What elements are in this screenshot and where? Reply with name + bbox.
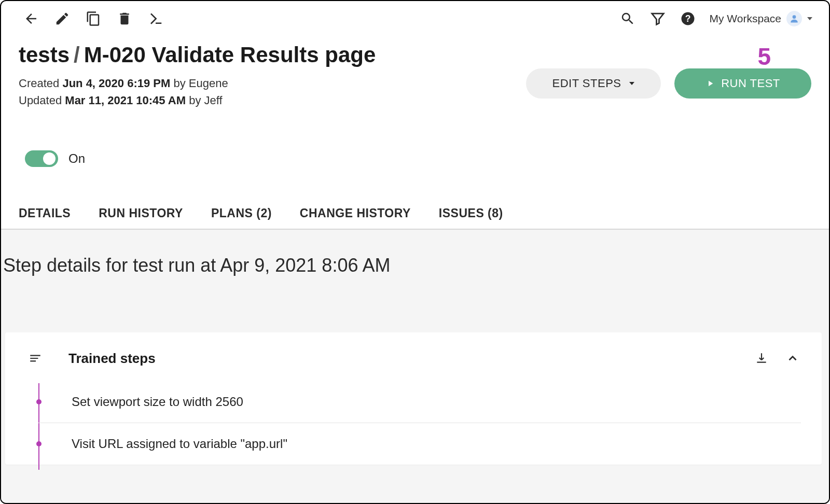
- tab-issues[interactable]: ISSUES (8): [439, 206, 503, 220]
- details-area: Step details for test run at Apr 9, 2021…: [1, 230, 829, 504]
- avatar: [786, 11, 802, 26]
- terminal-icon: [148, 11, 163, 26]
- steps-header-left: Trained steps: [27, 350, 156, 367]
- step-dot-icon: [36, 441, 42, 446]
- toolbar-right-group: ? My Workspace: [619, 10, 812, 27]
- breadcrumb: tests / M-020 Validate Results page: [19, 43, 376, 67]
- filter-icon: [650, 11, 666, 26]
- step-text: Visit URL assigned to variable "app.url": [72, 437, 287, 451]
- back-button[interactable]: [23, 10, 39, 27]
- header-left: tests / M-020 Validate Results page Crea…: [19, 43, 376, 109]
- run-test-label: RUN TEST: [721, 77, 780, 90]
- play-icon: [706, 79, 715, 88]
- download-steps-button[interactable]: [753, 350, 770, 367]
- run-test-button[interactable]: RUN TEST: [674, 68, 811, 99]
- trained-steps-title: Trained steps: [68, 351, 156, 367]
- created-label: Created: [19, 77, 59, 90]
- step-text: Set viewport size to width 2560: [72, 395, 243, 409]
- toolbar-left-group: [23, 10, 164, 27]
- filter-button[interactable]: [649, 10, 666, 27]
- updated-by-label: by: [189, 94, 201, 107]
- breadcrumb-root[interactable]: tests: [19, 43, 70, 67]
- created-line: Created Jun 4, 2020 6:19 PM by Eugene: [19, 75, 376, 92]
- tab-change-history[interactable]: CHANGE HISTORY: [300, 206, 411, 220]
- meta-info: Created Jun 4, 2020 6:19 PM by Eugene Up…: [19, 75, 376, 109]
- step-dot-icon: [36, 399, 42, 404]
- collapse-steps-button[interactable]: [784, 350, 801, 367]
- header-actions: 5 EDIT STEPS RUN TEST: [526, 43, 811, 99]
- workspace-label: My Workspace: [710, 12, 781, 25]
- updated-line: Updated Mar 11, 2021 10:45 AM by Jeff: [19, 92, 376, 109]
- svg-point-2: [793, 15, 796, 19]
- tab-run-history[interactable]: RUN HISTORY: [99, 206, 183, 220]
- toggle-label: On: [68, 151, 85, 166]
- edit-steps-button[interactable]: EDIT STEPS: [526, 68, 661, 99]
- updated-label: Updated: [19, 94, 62, 107]
- terminal-button[interactable]: [147, 10, 164, 27]
- trained-steps-card: Trained steps Set viewport size to width…: [5, 332, 822, 465]
- page-title: M-020 Validate Results page: [84, 43, 376, 67]
- callout-number: 5: [757, 43, 771, 71]
- arrow-left-icon: [23, 11, 39, 26]
- toggle-knob: [43, 152, 56, 165]
- notes-icon: [29, 352, 42, 365]
- created-date: Jun 4, 2020 6:19 PM: [62, 77, 170, 90]
- chevron-down-icon: [629, 82, 634, 85]
- updated-by[interactable]: Jeff: [204, 94, 223, 107]
- steps-menu-button[interactable]: [27, 350, 44, 367]
- steps-card-header: Trained steps: [27, 350, 801, 367]
- help-icon: ?: [680, 11, 696, 26]
- page-header: tests / M-020 Validate Results page Crea…: [1, 33, 829, 109]
- status-toggle-row: On: [1, 109, 829, 167]
- steps-header-right: [753, 350, 801, 367]
- status-toggle[interactable]: [25, 150, 58, 167]
- search-button[interactable]: [619, 10, 636, 27]
- breadcrumb-separator: /: [74, 43, 80, 67]
- step-list: Set viewport size to width 2560 Visit UR…: [27, 381, 801, 465]
- chevron-down-icon: [807, 17, 812, 20]
- action-button-row: EDIT STEPS RUN TEST: [526, 68, 811, 99]
- trash-icon: [117, 11, 132, 26]
- pencil-icon: [54, 11, 70, 26]
- help-button[interactable]: ?: [680, 10, 696, 27]
- top-toolbar: ? My Workspace: [1, 1, 829, 33]
- edit-steps-label: EDIT STEPS: [552, 77, 621, 90]
- copy-button[interactable]: [85, 10, 102, 27]
- created-by-label: by: [173, 77, 185, 90]
- tab-details[interactable]: DETAILS: [19, 206, 71, 220]
- user-icon: [789, 13, 799, 24]
- created-by[interactable]: Eugene: [189, 77, 228, 90]
- download-icon: [755, 352, 768, 365]
- tab-plans[interactable]: PLANS (2): [211, 206, 272, 220]
- svg-text:?: ?: [685, 13, 690, 24]
- search-icon: [620, 11, 635, 26]
- delete-button[interactable]: [116, 10, 133, 27]
- edit-button[interactable]: [54, 10, 71, 27]
- updated-date: Mar 11, 2021 10:45 AM: [65, 94, 186, 107]
- copy-icon: [86, 11, 101, 26]
- workspace-dropdown[interactable]: My Workspace: [710, 11, 812, 26]
- step-details-heading: Step details for test run at Apr 9, 2021…: [3, 255, 829, 276]
- step-item[interactable]: Set viewport size to width 2560: [38, 381, 801, 423]
- tabs: DETAILS RUN HISTORY PLANS (2) CHANGE HIS…: [1, 167, 829, 230]
- chevron-up-icon: [786, 352, 799, 365]
- step-item[interactable]: Visit URL assigned to variable "app.url": [38, 423, 801, 465]
